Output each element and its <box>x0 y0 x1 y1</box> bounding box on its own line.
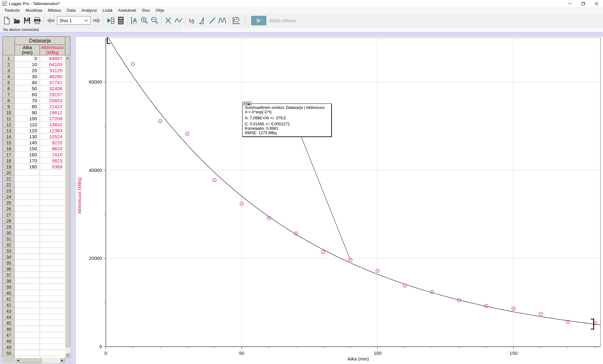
menu-item-muokkaa[interactable]: Muokkaa <box>22 7 45 14</box>
cell-aika[interactable] <box>15 260 40 266</box>
collect-button[interactable] <box>251 16 266 25</box>
cell-aktiivisuus[interactable]: 51125 <box>40 67 65 73</box>
cell-aktiivisuus[interactable]: 7410 <box>40 152 65 158</box>
curve-fit-info-box[interactable]: × Automaattinen sovitus: Datasarja | Akt… <box>242 104 332 137</box>
cell-aktiivisuus[interactable] <box>40 326 65 332</box>
cell-aktiivisuus[interactable]: 29157 <box>40 91 65 97</box>
cell-aika[interactable]: 110 <box>15 122 40 128</box>
cell-aika[interactable] <box>15 284 40 290</box>
cell-aika[interactable] <box>15 188 40 194</box>
menu-item-data[interactable]: Data <box>64 7 78 14</box>
next-page-button[interactable] <box>92 16 102 26</box>
cell-aktiivisuus[interactable]: 12393 <box>40 128 65 134</box>
cell-aktiivisuus[interactable] <box>40 248 65 254</box>
cell-aktiivisuus[interactable]: 25653 <box>40 97 65 104</box>
cell-aktiivisuus[interactable]: 32408 <box>40 85 65 91</box>
menu-item-mittaus[interactable]: Mittaus <box>45 7 64 14</box>
cell-aktiivisuus[interactable] <box>40 266 65 272</box>
cell-aktiivisuus[interactable] <box>40 206 65 212</box>
data-point[interactable] <box>213 179 216 182</box>
print-button[interactable] <box>32 16 42 26</box>
previous-page-button[interactable] <box>46 16 55 26</box>
menu-item-tiedosto[interactable]: Tiedosto <box>1 7 22 14</box>
cell-aktiivisuus[interactable] <box>40 332 65 338</box>
menu-item-analysoi[interactable]: Analysoi <box>79 7 100 14</box>
fitbox-minimize-button[interactable] <box>247 102 251 105</box>
fft-button[interactable]: ½ <box>187 16 197 26</box>
cell-aktiivisuus[interactable] <box>40 320 65 326</box>
cell-aika[interactable] <box>15 278 40 284</box>
cell-aika[interactable]: 120 <box>15 128 40 134</box>
linear-fit-button[interactable] <box>207 16 217 26</box>
cell-aika[interactable] <box>15 242 40 248</box>
statistics-button[interactable] <box>218 16 227 26</box>
cell-aktiivisuus[interactable] <box>40 296 65 302</box>
scroll-left-button[interactable]: ◀ <box>15 358 21 363</box>
fitbox-close-button[interactable]: × <box>242 102 247 105</box>
calculator-button[interactable] <box>116 16 125 26</box>
cell-aika[interactable] <box>15 272 40 278</box>
menu-item-asetukset[interactable]: Asetukset <box>115 7 139 14</box>
cell-aika[interactable] <box>15 326 40 332</box>
cell-aktiivisuus[interactable] <box>40 188 65 194</box>
data-point[interactable] <box>186 132 189 135</box>
cell-aika[interactable]: 140 <box>15 140 40 146</box>
dataset-header[interactable]: Datasarja <box>15 36 65 45</box>
new-file-button[interactable] <box>2 16 11 26</box>
cell-aika[interactable] <box>15 236 40 242</box>
cell-aktiivisuus[interactable] <box>40 242 65 248</box>
cell-aika[interactable] <box>15 308 40 314</box>
data-point[interactable] <box>131 62 135 66</box>
cell-aika[interactable] <box>15 332 40 338</box>
cell-aktiivisuus[interactable]: 8633 <box>40 146 65 152</box>
cell-aktiivisuus[interactable]: 9220 <box>40 140 65 146</box>
vertical-scroll-thumb[interactable] <box>65 60 70 347</box>
cell-aktiivisuus[interactable] <box>40 170 65 176</box>
cell-aktiivisuus[interactable] <box>40 290 65 296</box>
cell-aika[interactable] <box>15 218 40 224</box>
data-point[interactable] <box>539 312 543 316</box>
cell-aika[interactable] <box>15 338 40 344</box>
cell-aktiivisuus[interactable] <box>40 254 65 260</box>
cell-aktiivisuus[interactable] <box>40 260 65 266</box>
table-vertical-scrollbar[interactable]: ▲ ▼ <box>65 55 70 358</box>
cell-aktiivisuus[interactable] <box>40 344 65 350</box>
open-file-button[interactable] <box>12 16 22 26</box>
menu-item-ohje[interactable]: Ohje <box>153 7 167 14</box>
cell-aika[interactable] <box>15 314 40 320</box>
cell-aika[interactable] <box>15 344 40 350</box>
cell-aika[interactable]: 60 <box>15 91 40 97</box>
cell-aika[interactable]: 80 <box>15 104 40 110</box>
scroll-up-button[interactable]: ▲ <box>65 55 70 60</box>
cell-aktiivisuus[interactable]: 5369 <box>40 164 65 170</box>
horizontal-scroll-thumb[interactable] <box>21 358 41 363</box>
data-point[interactable] <box>430 290 434 294</box>
cell-aika[interactable]: 70 <box>15 97 40 104</box>
cell-aika[interactable]: 50 <box>15 85 40 91</box>
save-button[interactable] <box>22 16 32 26</box>
cell-aika[interactable]: 170 <box>15 158 40 164</box>
cell-aika[interactable] <box>15 290 40 296</box>
cell-aika[interactable] <box>15 206 40 212</box>
cell-aktiivisuus[interactable] <box>40 350 65 356</box>
cell-aktiivisuus[interactable]: 19612 <box>40 110 65 116</box>
cell-aktiivisuus[interactable] <box>40 212 65 218</box>
cell-aika[interactable] <box>15 170 40 176</box>
cell-aika[interactable]: 160 <box>15 152 40 158</box>
menu-item-lisää[interactable]: Lisää <box>100 7 115 14</box>
graph-canvas[interactable]: 0501001500200004000060000Aika (min)Aktii… <box>76 37 603 364</box>
cell-aktiivisuus[interactable]: 48280 <box>40 73 65 79</box>
column-header-aika[interactable]: Aika (min) <box>15 45 40 55</box>
close-button[interactable] <box>590 0 603 7</box>
tangent-button[interactable] <box>174 16 183 26</box>
data-point[interactable] <box>349 258 352 262</box>
cell-aktiivisuus[interactable] <box>40 236 65 242</box>
cell-aktiivisuus[interactable] <box>40 338 65 344</box>
cell-aika[interactable] <box>15 302 40 308</box>
cell-aktiivisuus[interactable] <box>40 230 65 236</box>
cell-aika[interactable] <box>15 266 40 272</box>
data-collection-setup-button[interactable] <box>231 16 241 26</box>
scroll-down-button[interactable]: ▼ <box>65 353 70 358</box>
cell-aika[interactable] <box>15 176 40 182</box>
cell-aika[interactable]: 100 <box>15 116 40 122</box>
